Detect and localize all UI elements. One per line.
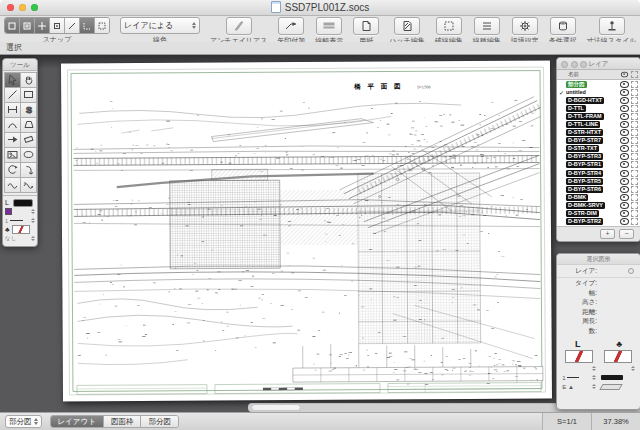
view-selector[interactable]: 部分図 [5,415,42,428]
layer-row[interactable]: D-BYP-STR4 [557,169,640,177]
tool-eraser[interactable] [20,132,37,148]
layer-print-icon[interactable] [631,161,638,168]
tab-layout[interactable]: レイアウト [51,416,104,427]
drawing-sheet[interactable]: 橋 平 面 図 S=1:500 [61,61,552,402]
layer-row[interactable]: D-TTL-FRAM [557,112,640,120]
layer-visibility-icon[interactable] [620,153,629,160]
layer-row[interactable]: D-BYP-STR3 [557,153,640,161]
layer-visibility-icon[interactable] [620,121,629,128]
tool-spline[interactable]: S [20,102,37,118]
layer-print-icon[interactable] [631,105,638,112]
tool-arrow[interactable] [4,132,21,148]
layer-row[interactable]: D-BYP-STR7 [557,137,640,145]
layer-visibility-icon[interactable] [620,113,629,120]
layer-print-icon[interactable] [631,170,638,177]
tool-rotate[interactable] [4,162,21,178]
tool-arc[interactable] [4,117,21,133]
snap-nearest-button[interactable] [65,18,80,33]
line-style-stepper[interactable] [592,366,596,371]
line-type-stepper[interactable] [31,218,35,223]
layer-print-icon[interactable] [631,89,638,96]
layer-row[interactable]: D-BYP-STR2 [557,218,640,226]
layer-print-icon[interactable] [631,137,638,144]
layer-print-icon[interactable] [631,129,638,136]
paper-button[interactable] [353,17,379,35]
dash-edit-button[interactable] [436,17,462,35]
layer-print-icon[interactable] [631,194,638,201]
line-color-dropdown[interactable]: レイアによる [120,17,200,34]
line-style-swatch[interactable] [565,350,593,363]
pen-stepper[interactable] [592,375,596,380]
tool-select[interactable] [4,72,21,88]
layer-print-icon[interactable] [631,145,638,152]
hatch-swatch[interactable] [12,225,30,234]
layer-row[interactable]: D-BYP-STR5 [557,177,640,185]
layer-print-icon[interactable] [631,113,638,120]
layer-print-icon[interactable] [631,81,638,88]
layer-visibility-icon[interactable] [620,129,629,136]
layer-visibility-icon[interactable] [620,161,629,168]
layer-visibility-icon[interactable] [620,178,629,185]
layer-row[interactable]: untitled [557,88,640,96]
layer-print-icon[interactable] [631,218,638,225]
tool-rect[interactable] [20,87,37,103]
palette-window-buttons[interactable] [561,61,587,68]
hatch-style-stepper[interactable] [631,366,635,371]
hatch-style-swatch[interactable] [604,350,632,363]
layer-visibility-icon[interactable] [620,97,629,104]
tool-line[interactable] [4,87,21,103]
layer-visibility-icon[interactable] [620,89,629,96]
layer-row[interactable]: D-BYP-STR1 [557,161,640,169]
layer-visibility-icon[interactable] [620,105,629,112]
layer-print-icon[interactable] [631,186,638,193]
linetype-edit-button[interactable] [474,17,500,35]
tool-image[interactable] [4,147,21,163]
layer-visibility-icon[interactable] [620,202,629,209]
layer-row[interactable]: D-STR-HTXT [557,129,640,137]
dim-style-button[interactable] [599,17,625,35]
zoom-status[interactable]: 37.38% [591,413,640,430]
layer-visibility-icon[interactable] [620,186,629,193]
antialias-button[interactable] [226,17,252,35]
line-color-swatch[interactable] [5,208,12,215]
snap-endpoint-button[interactable] [5,18,20,33]
snap-midpoint-button[interactable] [20,18,35,33]
layer-print-icon[interactable] [631,121,638,128]
hatch-stepper[interactable] [31,236,35,241]
endcap-stepper[interactable] [592,384,596,389]
tool-pick[interactable] [20,162,37,178]
layer-print-icon[interactable] [631,153,638,160]
layer-visibility-icon[interactable] [620,81,629,88]
arrow-add-button[interactable] [278,17,304,35]
tool-ellipse[interactable] [20,147,37,163]
snap-ortho-button[interactable] [95,18,109,33]
layer-print-icon[interactable] [631,202,638,209]
tool-pan[interactable] [20,72,37,88]
layer-row[interactable]: D-STR-DIM [557,210,640,218]
layer-row[interactable]: D-TTL [557,104,640,112]
add-layer-button[interactable]: + [600,229,615,239]
layer-print-icon[interactable] [631,178,638,185]
remove-layer-button[interactable]: − [619,229,634,239]
settings-button[interactable] [512,17,538,35]
tools-palette-titlebar[interactable]: ツール [3,59,37,71]
line-width-swatch[interactable] [13,199,33,207]
layer-visibility-icon[interactable] [620,194,629,201]
layer-visibility-icon[interactable] [620,218,629,225]
layer-row[interactable]: 部分図 [557,80,640,88]
layer-visibility-icon[interactable] [620,170,629,177]
hatch-edit-button[interactable] [394,17,420,35]
tool-hatchline[interactable] [20,177,37,193]
tool-polygon[interactable] [20,117,37,133]
layer-print-icon[interactable] [631,97,638,104]
layer-print-icon[interactable] [631,210,638,217]
layer-visibility-icon[interactable] [620,137,629,144]
layer-row[interactable]: D-BYP-STR6 [557,185,640,193]
layer-visibility-icon[interactable] [620,145,629,152]
layer-visibility-icon[interactable] [620,210,629,217]
condition-select-button[interactable] [550,17,576,35]
drawing-canvas[interactable]: 橋 平 面 図 S=1:500 [0,55,640,413]
horizontal-scrollbar-thumb[interactable] [252,405,300,410]
layer-row[interactable]: D-BMK-SRVY [557,201,640,209]
line-color-stepper[interactable] [31,209,35,214]
